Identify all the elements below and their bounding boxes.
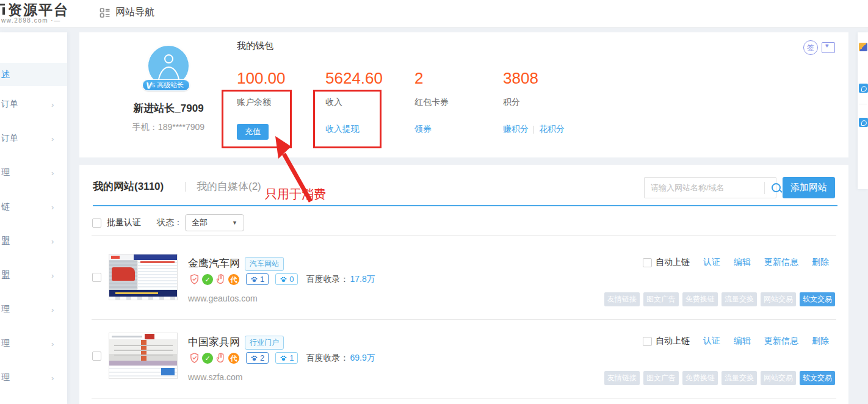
user-phone: 手机：189****7909 xyxy=(114,122,223,133)
shield-icon xyxy=(189,273,200,285)
spend-points-link[interactable]: 花积分 xyxy=(539,124,565,135)
baidu-index: 百度收录：17.8万 xyxy=(306,274,375,285)
sidebar-item-orders-2[interactable]: 订单› xyxy=(0,127,67,150)
chevron-right-icon: › xyxy=(51,203,54,212)
tag-image-ads[interactable]: 图文广告 xyxy=(643,371,679,385)
site-name[interactable]: 金鹰汽车网 xyxy=(188,256,240,270)
paw-badge-secondary[interactable]: 0 xyxy=(275,273,298,285)
sidebar-item-links[interactable]: 链› xyxy=(0,195,67,218)
recharge-button[interactable]: 充值 xyxy=(237,124,269,140)
mail-icon[interactable] xyxy=(822,42,835,53)
widget-logo-icon[interactable] xyxy=(859,43,867,51)
batch-checkbox[interactable] xyxy=(92,218,101,228)
tag-image-ads[interactable]: 图文广告 xyxy=(643,292,679,306)
update-info-link[interactable]: 更新信息 xyxy=(764,257,798,268)
divider xyxy=(533,126,534,134)
floating-service-widget xyxy=(858,32,868,189)
tag-free-exchange[interactable]: 免费换链 xyxy=(682,292,718,306)
row-actions: 自动上链 认证 编辑 更新信息 删除 xyxy=(643,257,829,268)
qq-contact-icon[interactable] xyxy=(859,118,868,127)
delete-link[interactable]: 删除 xyxy=(812,336,829,347)
tab-underline xyxy=(93,205,837,206)
tag-friend-links[interactable]: 友情链接 xyxy=(604,371,640,385)
hand-icon xyxy=(215,273,226,285)
points-label: 积分 xyxy=(503,97,588,108)
site-thumbnail[interactable] xyxy=(109,254,178,300)
wallet-panel: V5高级站长 新进站长_7909 手机：189****7909 我的钱包 100… xyxy=(79,32,848,157)
sidebar-item-overview[interactable]: 述 xyxy=(0,63,67,86)
sidebar-item-orders-1[interactable]: 订单› xyxy=(0,93,67,116)
site-name[interactable]: 中国家具网 xyxy=(188,335,240,349)
tag-site-trade[interactable]: 网站交易 xyxy=(761,292,796,306)
tag-free-exchange[interactable]: 免费换链 xyxy=(682,371,718,385)
site-thumbnail[interactable] xyxy=(109,333,178,379)
tab-my-media[interactable]: 我的自媒体(2) xyxy=(197,179,261,193)
status-label: 状态： xyxy=(157,217,183,228)
tab-my-websites[interactable]: 我的网站(3110) xyxy=(93,179,164,193)
delete-link[interactable]: 删除 xyxy=(812,257,829,268)
auto-chain-checkbox[interactable] xyxy=(643,337,652,346)
stat-balance: 100.00 账户余额 充值 xyxy=(237,69,322,140)
tag-traffic-exchange[interactable]: 流量交换 xyxy=(722,292,757,306)
site-url: www.geautos.com xyxy=(188,294,258,303)
status-select[interactable]: 全部 ▼ xyxy=(185,214,244,231)
paw-icon xyxy=(280,354,288,362)
top-bar: 资源平台 ww.2898.com ·— 网站导航 xyxy=(0,0,868,27)
earn-points-link[interactable]: 赚积分 xyxy=(503,124,529,135)
row-checkbox[interactable] xyxy=(92,273,101,282)
tag-article-trade[interactable]: 软文交易 xyxy=(800,371,835,385)
sign-in-icon[interactable]: 签 xyxy=(803,40,818,55)
search-icon[interactable] xyxy=(764,178,776,198)
paw-badge-primary[interactable]: 2 xyxy=(246,352,269,364)
nav-site-directory[interactable]: 网站导航 xyxy=(99,6,154,19)
websites-panel: 我的网站(3110) 我的自媒体(2) 添加网站 批量认证 状态： 全部 ▼ 金… xyxy=(79,165,848,404)
level-badge: V5高级站长 xyxy=(142,79,190,91)
edit-link[interactable]: 编辑 xyxy=(734,257,751,268)
username: 新进站长_7909 xyxy=(114,101,223,115)
baidu-index: 百度收录：69.9万 xyxy=(306,353,375,364)
auto-chain-checkbox[interactable] xyxy=(643,258,652,267)
withdraw-link[interactable]: 收入提现 xyxy=(325,124,360,135)
row-checkbox[interactable] xyxy=(92,352,101,361)
verify-link[interactable]: 认证 xyxy=(703,336,720,347)
search-input[interactable] xyxy=(645,183,764,192)
get-coupon-link[interactable]: 领券 xyxy=(414,124,432,135)
income-label: 收入 xyxy=(325,97,411,108)
filter-bar: 批量认证 状态： 全部 ▼ xyxy=(92,214,244,231)
verified-icon: ✓ xyxy=(202,274,213,285)
edit-link[interactable]: 编辑 xyxy=(734,336,751,347)
nav-label: 网站导航 xyxy=(115,6,154,19)
service-tags: 友情链接 图文广告 免费换链 流量交换 网站交易 软文交易 xyxy=(604,292,835,306)
sidebar-item-manage-1[interactable]: 理› xyxy=(0,161,67,184)
customer-service-icon[interactable] xyxy=(859,84,868,93)
tag-friend-links[interactable]: 友情链接 xyxy=(604,292,640,306)
sidebar-item-alliance-1[interactable]: 盟› xyxy=(0,229,67,253)
sidebar-item-manage-3[interactable]: 理› xyxy=(0,332,67,355)
verify-link[interactable]: 认证 xyxy=(703,257,720,268)
paw-badge-primary[interactable]: 1 xyxy=(246,273,269,285)
sidebar: 述 订单› 订单› 理› 链› 盟› 盟› 理› 理› 理› xyxy=(0,32,67,404)
chevron-right-icon: › xyxy=(51,373,54,383)
coupons-label: 红包卡券 xyxy=(414,97,500,108)
page: 资源平台 ww.2898.com ·— 网站导航 述 订单› 订单› 理› 链›… xyxy=(0,0,868,404)
update-info-link[interactable]: 更新信息 xyxy=(764,336,798,347)
tag-article-trade[interactable]: 软文交易 xyxy=(800,292,835,306)
sidebar-item-manage-4[interactable]: 理› xyxy=(0,366,67,389)
balance-value: 100.00 xyxy=(237,69,322,88)
site-category-tag: 汽车网站 xyxy=(245,257,284,271)
paw-icon xyxy=(250,354,258,362)
divider xyxy=(92,319,836,320)
site-search xyxy=(644,177,776,198)
tag-traffic-exchange[interactable]: 流量交换 xyxy=(722,371,757,385)
add-website-button[interactable]: 添加网站 xyxy=(783,177,835,198)
paw-badge-secondary[interactable]: 1 xyxy=(275,352,298,364)
shield-icon xyxy=(189,352,200,364)
sidebar-item-manage-2[interactable]: 理› xyxy=(0,298,67,321)
chevron-right-icon: › xyxy=(51,168,54,178)
tag-site-trade[interactable]: 网站交易 xyxy=(761,371,796,385)
logo-partial-glyph xyxy=(0,2,5,16)
chevron-right-icon: › xyxy=(51,305,54,314)
sidebar-item-alliance-2[interactable]: 盟› xyxy=(0,264,67,287)
hand-icon xyxy=(215,352,226,364)
balance-label: 账户余额 xyxy=(237,97,322,108)
